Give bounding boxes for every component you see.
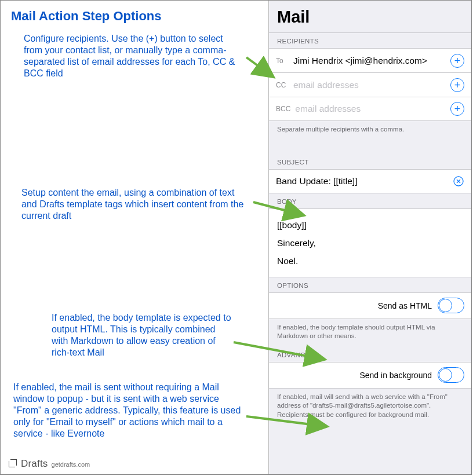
section-label-options: OPTIONS [269,277,471,292]
footer: Drafts getdrafts.com [9,458,90,470]
callout-background: If enabled, the mail is sent without req… [13,382,245,440]
to-value[interactable]: Jimi Hendrix <jimi@hendrix.com> [293,56,450,66]
send-as-html-row: Send as HTML [269,292,471,319]
subject-value[interactable]: Band Update: [[title]] [276,176,453,186]
bcc-row[interactable]: BCC email addresses + [269,97,471,121]
section-label-body: BODY [269,193,471,208]
section-label-subject: SUBJECT [269,154,471,169]
callout-recipients: Configure recipients. Use the (+) button… [24,33,244,79]
section-label-recipients: RECIPIENTS [269,33,471,48]
html-hint: If enabled, the body template should out… [269,319,471,347]
panel-title: Mail [277,8,463,27]
mail-settings-panel: Mail RECIPIENTS To Jimi Hendrix <jimi@he… [268,1,471,474]
cc-row[interactable]: CC email addresses + [269,72,471,97]
panel-header: Mail [269,1,471,32]
page-title: Mail Action Step Options [11,9,258,24]
callout-html: If enabled, the body template is expecte… [52,312,231,358]
clear-subject-button[interactable] [453,175,464,187]
add-to-button[interactable]: + [450,54,464,68]
send-in-background-label: Send in background [359,371,432,380]
drafts-logo-icon [9,459,17,468]
brand-url: getdrafts.com [52,461,90,468]
section-label-advanced: ADVANCED [269,347,471,362]
brand-name: Drafts [21,458,48,470]
send-in-background-toggle[interactable] [438,367,464,383]
send-in-background-row: Send in background [269,362,471,389]
to-row[interactable]: To Jimi Hendrix <jimi@hendrix.com> + [269,48,471,72]
bcc-prefix: BCC [276,105,290,113]
recipients-hint: Separate multiple recipients with a comm… [269,121,471,140]
send-as-html-label: Send as HTML [378,301,432,310]
bcc-placeholder[interactable]: email addresses [295,104,450,114]
cc-prefix: CC [276,81,289,89]
left-panel: Mail Action Step Options Configure recip… [1,1,268,474]
to-prefix: To [276,57,289,65]
callout-content: Setup content the email, using a combina… [21,187,251,222]
cc-placeholder[interactable]: email addresses [293,80,450,90]
add-bcc-button[interactable]: + [450,102,464,116]
body-textarea[interactable]: [[body]] Sincerely, Noel. [269,208,471,277]
background-hint: If enabled, mail will send with a web se… [269,389,471,426]
add-cc-button[interactable]: + [450,78,464,92]
subject-row[interactable]: Band Update: [[title]] [269,169,471,193]
send-as-html-toggle[interactable] [438,298,464,313]
clear-icon [453,176,464,186]
